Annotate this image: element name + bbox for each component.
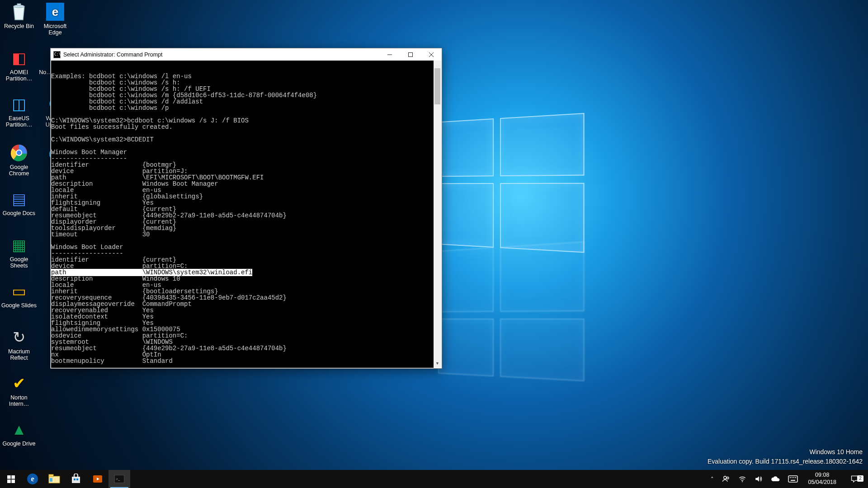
terminal-line: displayorder {current} bbox=[51, 219, 441, 225]
terminal-line: nx OptIn bbox=[51, 352, 441, 358]
desktop-icon-label: AOMEI Partition… bbox=[0, 69, 38, 82]
cmd-taskbar-button[interactable]: >_ bbox=[108, 470, 130, 488]
svg-marker-28 bbox=[756, 476, 760, 482]
terminal-line bbox=[51, 364, 441, 368]
desktop-icon-easeus[interactable]: ◫EaseUS Partition… bbox=[0, 94, 38, 128]
easeus-icon: ◫ bbox=[9, 94, 29, 114]
wifi-icon[interactable] bbox=[736, 475, 748, 483]
aomei-icon: ◧ bbox=[9, 48, 29, 68]
svg-point-26 bbox=[727, 477, 729, 479]
desktop-icon-gdrive[interactable]: ▲Google Drive bbox=[0, 419, 38, 447]
macrium-icon: ↻ bbox=[9, 327, 29, 347]
terminal-line: resumeobject {449e29b2-27a9-11e8-a5d5-c4… bbox=[51, 212, 441, 219]
terminal-line: identifier {current} bbox=[51, 257, 441, 263]
svg-text:>_: >_ bbox=[116, 477, 120, 481]
desktop-icon-aomei[interactable]: ◧AOMEI Partition… bbox=[0, 48, 38, 82]
terminal-line: allowedinmemorysettings 0x15000075 bbox=[51, 326, 441, 333]
terminal-line: bcdboot c:\windows /s h: /f UEFI bbox=[51, 86, 441, 92]
terminal-line: C:\WINDOWS\system32>bcdboot c:\windows /… bbox=[51, 117, 441, 124]
terminal-line: Windows Boot Manager bbox=[51, 149, 441, 155]
desktop-icon-chrome[interactable]: Google Chrome bbox=[0, 143, 38, 177]
terminal-line: bootmenupolicy Standard bbox=[51, 358, 441, 364]
desktop-icon-label: Google Chrome bbox=[0, 164, 38, 177]
start-button[interactable] bbox=[0, 470, 22, 488]
taskbar[interactable]: e >_ ˄ 09:08 05/04/2018 bbox=[0, 470, 868, 488]
movies-taskbar-button[interactable] bbox=[87, 470, 108, 488]
terminal-line: flightsigning Yes bbox=[51, 320, 441, 326]
svg-rect-12 bbox=[11, 479, 15, 483]
desktop-icon-recycle-bin[interactable]: Recycle Bin bbox=[0, 2, 38, 29]
watermark-edition: Windows 10 Home bbox=[708, 447, 863, 457]
terminal-output[interactable]: Examples: bcdboot c:\windows /l en-us bc… bbox=[51, 61, 441, 368]
terminal-line: locale en-us bbox=[51, 187, 441, 193]
action-center-button[interactable]: 2 bbox=[844, 474, 865, 483]
maximize-button[interactable] bbox=[400, 48, 421, 61]
terminal-line: default {current} bbox=[51, 206, 441, 212]
store-taskbar-button[interactable] bbox=[65, 470, 87, 488]
onedrive-icon[interactable] bbox=[769, 476, 782, 482]
svg-rect-16 bbox=[49, 474, 53, 477]
gdrive-icon: ▲ bbox=[9, 419, 29, 439]
terminal-line: inherit {globalsettings} bbox=[51, 193, 441, 200]
notification-badge: 2 bbox=[857, 475, 863, 482]
terminal-line-selected: path \WINDOWS\system32\winload.efi bbox=[51, 269, 441, 276]
desktop-icon-label: Recycle Bin bbox=[0, 23, 38, 29]
desktop-icon-microsoft-edge[interactable]: eMicrosoft Edge bbox=[36, 2, 74, 36]
terminal-line: ------------------- bbox=[51, 250, 441, 257]
svg-rect-6 bbox=[409, 52, 413, 56]
window-titlebar[interactable]: Select Administrator: Command Prompt bbox=[51, 48, 442, 61]
terminal-line bbox=[51, 238, 441, 244]
svg-rect-32 bbox=[793, 477, 794, 478]
edge-taskbar-button[interactable]: e bbox=[22, 470, 43, 488]
desktop-icon-label: Macrium Reflect bbox=[0, 348, 38, 361]
desktop-icon-gslides[interactable]: ▭Google Slides bbox=[0, 281, 38, 309]
svg-rect-19 bbox=[74, 479, 75, 480]
terminal-line: timeout 30 bbox=[51, 231, 441, 238]
file-explorer-taskbar-button[interactable] bbox=[43, 470, 65, 488]
windows-logo-graphic bbox=[438, 113, 589, 258]
desktop-icon-label: Google Docs bbox=[0, 210, 38, 216]
scroll-down-button[interactable]: ▼ bbox=[434, 360, 441, 368]
svg-rect-34 bbox=[791, 480, 795, 481]
terminal-line: resumeobject {449e29b2-27a9-11e8-a5d5-c4… bbox=[51, 345, 441, 352]
terminal-line: C:\WINDOWS\system32>BCDEDIT bbox=[51, 136, 441, 143]
people-icon[interactable] bbox=[720, 475, 732, 483]
svg-rect-29 bbox=[788, 476, 797, 482]
gslides-icon: ▭ bbox=[9, 281, 29, 301]
terminal-line: bcdboot c:\windows /d /addlast bbox=[51, 99, 441, 105]
scroll-thumb[interactable] bbox=[434, 68, 440, 104]
terminal-line: description Windows 10 bbox=[51, 276, 441, 282]
gdocs-icon: ▤ bbox=[9, 189, 29, 209]
terminal-line: identifier {bootmgr} bbox=[51, 162, 441, 168]
desktop-icon-norton[interactable]: ✔Norton Intern… bbox=[0, 373, 38, 408]
desktop-icon-label: Norton Intern… bbox=[0, 394, 38, 408]
terminal-scrollbar[interactable]: ▲ ▼ bbox=[434, 61, 441, 368]
desktop-icon-gsheets[interactable]: ▦Google Sheets bbox=[0, 235, 38, 269]
tray-overflow-chevron-icon[interactable]: ˄ bbox=[709, 476, 716, 483]
terminal-line: systemroot \WINDOWS bbox=[51, 339, 441, 345]
terminal-line: device partition=J: bbox=[51, 168, 441, 174]
terminal-line: bcdboot c:\windows /m {d58d10c6-df53-11d… bbox=[51, 92, 441, 99]
desktop-icon-macrium[interactable]: ↻Macrium Reflect bbox=[0, 327, 38, 361]
desktop-icon-label: Google Drive bbox=[0, 441, 38, 447]
desktop-icon-label: Google Sheets bbox=[0, 256, 38, 269]
terminal-line: Boot files successfully created. bbox=[51, 124, 441, 130]
svg-rect-9 bbox=[7, 475, 11, 479]
svg-rect-18 bbox=[72, 477, 80, 483]
close-button[interactable] bbox=[421, 48, 442, 61]
terminal-line bbox=[51, 143, 441, 149]
svg-rect-30 bbox=[790, 477, 791, 478]
taskbar-clock[interactable]: 09:08 05/04/2018 bbox=[804, 472, 840, 486]
clock-date: 05/04/2018 bbox=[808, 479, 836, 486]
terminal-line: flightsigning Yes bbox=[51, 200, 441, 206]
svg-rect-20 bbox=[76, 479, 78, 480]
command-prompt-window[interactable]: Select Administrator: Command Prompt Exa… bbox=[50, 48, 442, 369]
touch-keyboard-icon[interactable] bbox=[786, 475, 800, 483]
terminal-line: recoveryenabled Yes bbox=[51, 307, 441, 314]
terminal-line: Examples: bcdboot c:\windows /l en-us bbox=[51, 73, 441, 80]
desktop-icon-label: Microsoft Edge bbox=[36, 23, 74, 36]
minimize-button[interactable] bbox=[379, 48, 400, 61]
desktop-icon-gdocs[interactable]: ▤Google Docs bbox=[0, 189, 38, 216]
volume-icon[interactable] bbox=[753, 475, 764, 483]
windows-watermark: Windows 10 Home Evaluation copy. Build 1… bbox=[708, 447, 863, 466]
